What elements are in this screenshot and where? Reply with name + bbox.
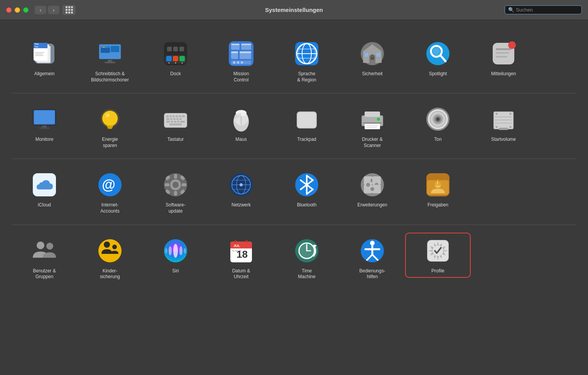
icon-item-allgemein[interactable]: File New Ope... Allgemein — [12, 35, 77, 81]
section-hardware: Monitore Energiesparen — [12, 93, 576, 159]
tastatur-icon — [161, 105, 190, 133]
icon-item-sicherheit[interactable]: Sicherheit — [340, 35, 405, 81]
icon-item-tastatur[interactable]: Tastatur — [143, 101, 208, 147]
svg-rect-86 — [182, 115, 185, 117]
forward-button[interactable]: › — [48, 6, 59, 14]
icon-item-benutzer[interactable]: Benutzer &Gruppen — [12, 233, 77, 284]
icon-item-datum[interactable]: JUL 18 Su Mo Tu Datum &Uhrzeit — [208, 233, 274, 284]
icon-item-mitteilungen[interactable]: Mitteilungen — [471, 35, 536, 81]
svg-rect-110 — [366, 127, 377, 128]
svg-text:File: File — [35, 43, 39, 45]
svg-rect-107 — [365, 111, 380, 117]
icon-item-spotlight[interactable]: Spotlight — [405, 35, 471, 81]
svg-rect-137 — [174, 174, 177, 179]
svg-rect-87 — [166, 118, 169, 120]
erweiterungen-icon — [358, 171, 387, 199]
svg-point-120 — [437, 118, 439, 120]
profile-icon — [424, 236, 452, 265]
svg-point-189 — [235, 240, 237, 243]
icon-item-startvolume[interactable]: Startvolume — [471, 101, 536, 147]
svg-point-32 — [182, 62, 183, 64]
icon-item-bedienungshilfen[interactable]: Bedienungs-hilfen — [340, 233, 405, 284]
icon-item-softwareupdate[interactable]: Software-update — [143, 167, 208, 218]
icon-item-schreibtisch[interactable]: Schreibtisch &Bildschirmschoner — [77, 35, 143, 87]
svg-point-175 — [104, 242, 110, 248]
grid-view-button[interactable] — [63, 5, 76, 15]
svg-point-182 — [184, 248, 186, 253]
dock-icon — [161, 39, 190, 68]
icon-item-drucker[interactable]: Drucker &Scanner — [340, 101, 405, 152]
svg-point-43 — [233, 61, 235, 64]
dock-label: Dock — [170, 71, 181, 77]
netzwerk-label: Netzwerk — [231, 202, 251, 208]
svg-rect-126 — [499, 128, 508, 130]
icon-item-icloud[interactable]: iCloud — [12, 167, 77, 212]
svg-point-127 — [496, 113, 498, 115]
icon-item-netzwerk[interactable]: Netzwerk — [208, 167, 274, 212]
svg-point-30 — [169, 62, 170, 64]
svg-rect-65 — [496, 52, 509, 54]
svg-rect-39 — [231, 51, 238, 53]
datum-icon: JUL 18 Su Mo Tu — [227, 236, 255, 265]
icon-item-kindersicherung[interactable]: Kinder-sicherung — [77, 233, 143, 284]
siri-label: Siri — [172, 268, 179, 274]
search-input[interactable] — [516, 7, 578, 13]
svg-point-129 — [496, 126, 498, 128]
window-title: Systemeinstellungen — [265, 7, 323, 13]
svg-rect-21 — [105, 62, 115, 63]
svg-point-61 — [433, 47, 440, 55]
bluetooth-icon — [292, 171, 321, 199]
maximize-button[interactable] — [23, 7, 29, 13]
benutzer-label: Benutzer &Gruppen — [33, 268, 56, 280]
svg-text:!: ! — [437, 181, 438, 185]
icon-item-internet-accounts[interactable]: @ Internet-Accounts — [77, 167, 143, 218]
monitore-label: Monitore — [35, 137, 54, 143]
icon-item-ton[interactable]: Ton — [405, 101, 471, 147]
svg-rect-108 — [365, 124, 380, 129]
icon-item-sprache[interactable]: Sprache& Region — [274, 35, 340, 87]
bedienungshilfen-label: Bedienungs-hilfen — [359, 268, 385, 280]
spotlight-icon — [424, 39, 452, 68]
icon-item-erweiterungen[interactable]: Erweiterungen — [340, 167, 405, 212]
search-box[interactable]: 🔍 — [505, 5, 582, 14]
kindersicherung-icon — [96, 236, 124, 265]
freigaben-icon: ! — [424, 171, 452, 199]
icon-item-freigaben[interactable]: ! Freigaben — [405, 167, 471, 212]
svg-point-18 — [105, 47, 106, 48]
svg-point-130 — [510, 126, 512, 128]
section-system: Benutzer &Gruppen Kinder-sicherung — [12, 225, 576, 290]
icon-item-timemachine[interactable]: TimeMachine — [274, 233, 340, 284]
datum-label: Datum &Uhrzeit — [232, 268, 250, 280]
ton-label: Ton — [434, 137, 441, 143]
svg-rect-24 — [166, 56, 172, 61]
icon-item-energie[interactable]: Energiesparen — [77, 101, 143, 152]
sicherheit-label: Sicherheit — [362, 71, 382, 77]
svg-rect-57 — [365, 53, 368, 57]
svg-point-17 — [103, 47, 105, 48]
back-button[interactable]: ‹ — [35, 6, 46, 14]
startvolume-label: Startvolume — [491, 137, 516, 143]
icon-item-siri[interactable]: Siri — [143, 233, 208, 278]
bluetooth-label: Bluetooth — [297, 202, 317, 208]
svg-rect-82 — [169, 115, 172, 117]
svg-rect-64 — [496, 48, 511, 50]
schreibtisch-icon — [96, 39, 124, 68]
svg-point-136 — [172, 182, 179, 188]
icloud-label: iCloud — [38, 202, 51, 208]
icon-item-profile[interactable]: Profile — [405, 233, 471, 278]
icon-item-monitore[interactable]: Monitore — [12, 101, 77, 147]
svg-rect-81 — [166, 115, 169, 117]
minimize-button[interactable] — [15, 7, 20, 13]
mitteilungen-icon — [489, 39, 518, 68]
icon-item-trackpad[interactable]: Trackpad — [274, 101, 340, 147]
icloud-icon — [30, 171, 59, 199]
icon-item-dock[interactable]: Dock — [143, 35, 208, 81]
svg-point-111 — [377, 118, 380, 121]
drucker-icon — [358, 105, 387, 133]
icon-item-mission-control[interactable]: MissionControl — [208, 35, 274, 87]
icon-item-maus[interactable]: Maus — [208, 101, 274, 147]
bedienungshilfen-icon — [358, 236, 387, 265]
close-button[interactable] — [6, 7, 12, 13]
icon-item-bluetooth[interactable]: Bluetooth — [274, 167, 340, 212]
sicherheit-icon — [358, 39, 387, 68]
